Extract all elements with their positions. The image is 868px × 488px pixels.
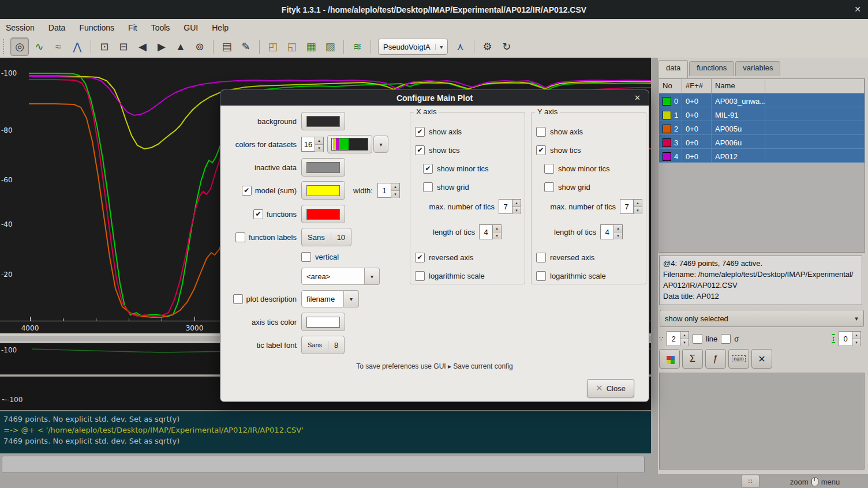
append-data-button[interactable]: ◱	[283, 38, 301, 55]
chevron-down-icon[interactable]: ▾	[365, 268, 380, 285]
sum-datasets-button[interactable]: Σ	[682, 349, 703, 369]
dataset-color-count-spinner[interactable]: 16▴▾	[301, 137, 324, 152]
model-width-spinner[interactable]: 1▴▾	[377, 183, 400, 198]
y-axis-show-tics-checkbox[interactable]: ✔	[536, 145, 546, 155]
dialog-close-icon[interactable]: ✕	[634, 93, 641, 102]
x-axis-show-axis-checkbox[interactable]: ✔	[415, 127, 425, 137]
sigma-checkbox[interactable]	[721, 334, 731, 344]
rename-dataset-button[interactable]: nam	[728, 349, 749, 369]
table-row[interactable]: 00+0AP003_unwa...	[659, 93, 865, 107]
line-checkbox[interactable]	[693, 334, 702, 344]
zoom-vertically-button[interactable]: ⊟	[115, 38, 132, 55]
y-axis-length-of-tics-spinner[interactable]: 4▴▾	[600, 224, 623, 239]
table-row[interactable]: 30+0AP006u	[659, 135, 865, 149]
table-row[interactable]: 40+0AP012	[659, 149, 865, 163]
tic-label-font-button[interactable]: Sans 8	[301, 336, 345, 354]
add-peak-mode-button[interactable]: ⋀	[69, 38, 86, 55]
tab-functions[interactable]: functions	[689, 61, 734, 76]
dataset-colors-preview-button[interactable]	[327, 135, 372, 153]
x-axis-length-of-tics-spinner-down-arrow[interactable]: ▾	[493, 232, 501, 239]
y-axis-length-of-tics-spinner-arrows[interactable]: ▴▾	[614, 224, 623, 239]
x-axis-max--number-of-tics-spinner-arrows[interactable]: ▴▾	[512, 199, 521, 214]
dataset-table[interactable]: No#F+#Name 00+0AP003_unwa...10+0MIL-9120…	[659, 78, 865, 253]
mouse-config-button[interactable]: ∷	[741, 475, 760, 488]
data-transform-button[interactable]: ≋	[349, 38, 366, 55]
auto-add-peak-button[interactable]: ⋏	[452, 38, 469, 55]
y-axis-show-minor-tics-checkbox[interactable]	[544, 164, 554, 174]
dataset-color-count-spinner-up-arrow[interactable]: ▴	[315, 137, 323, 144]
delete-dataset-button[interactable]: ✕	[751, 349, 772, 369]
model-width-spinner-arrows[interactable]: ▴▾	[391, 183, 400, 198]
x-axis-max--number-of-tics-spinner[interactable]: 7▴▾	[499, 199, 521, 214]
next-zoom-button[interactable]: ▶	[153, 38, 170, 55]
model-width-spinner-down-arrow[interactable]: ▾	[391, 190, 399, 198]
toolbar-grip[interactable]	[3, 39, 7, 54]
y-shift-spinner-up-arrow[interactable]: ▴	[852, 332, 860, 339]
x-axis-show-minor-tics-checkbox[interactable]: ✔	[423, 164, 433, 174]
x-axis-length-of-tics-spinner-arrows[interactable]: ▴▾	[493, 224, 502, 239]
y-shift-spinner[interactable]: 0▴▾	[839, 331, 861, 346]
x-axis-max--number-of-tics-spinner-up-arrow[interactable]: ▴	[512, 200, 521, 207]
window-close-icon[interactable]: ✕	[854, 5, 861, 14]
x-axis-show-grid-checkbox[interactable]	[423, 182, 433, 192]
menu-item-help[interactable]: Help	[212, 23, 229, 32]
y-axis-length-of-tics-spinner-up-arrow[interactable]: ▴	[614, 225, 622, 232]
zoom-all-button[interactable]: ⊡	[96, 38, 113, 55]
inactive-data-color-button[interactable]	[301, 158, 345, 177]
y-shift-spinner-down-arrow[interactable]: ▾	[852, 339, 860, 346]
functions-checkbox[interactable]: ✔	[253, 209, 263, 219]
y-axis-reversed-axis-checkbox[interactable]	[536, 253, 546, 262]
model-width-spinner-up-arrow[interactable]: ▴	[391, 183, 399, 190]
tab-variables[interactable]: variables	[735, 61, 780, 76]
y-axis-max--number-of-tics-spinner-arrows[interactable]: ▴▾	[634, 199, 642, 214]
output-console[interactable]: 7469 points. No explicit std. dev. Set a…	[0, 411, 651, 453]
table-row[interactable]: 20+0AP005u	[659, 121, 865, 135]
run-fit-button[interactable]: ⚙	[479, 38, 496, 55]
data-range-mode-button[interactable]: ∿	[31, 38, 48, 55]
peak-type-combobox[interactable]: PseudoVoigtA▾	[378, 39, 448, 55]
zoom-mode-button[interactable]: ◎	[10, 37, 29, 56]
open-data-button[interactable]: ◰	[264, 38, 282, 55]
mouse-zoom-button[interactable]: ⊚	[191, 38, 208, 55]
palette-dropdown-button[interactable]: ▾	[373, 136, 388, 153]
y-axis-logarithmic-scale-checkbox[interactable]	[536, 271, 546, 281]
background-color-button[interactable]	[301, 112, 345, 130]
menu-item-gui[interactable]: GUI	[184, 23, 198, 32]
menu-item-data[interactable]: Data	[48, 23, 66, 32]
vertical-splitter[interactable]	[651, 58, 658, 474]
menu-item-functions[interactable]: Functions	[79, 23, 114, 32]
dataset-color-count-spinner-arrows[interactable]: ▴▾	[315, 137, 324, 152]
y-shift-spinner-arrows[interactable]: ▴▾	[852, 331, 861, 346]
y-axis-max--number-of-tics-spinner-up-arrow[interactable]: ▴	[634, 200, 642, 207]
x-axis-show-tics-checkbox[interactable]: ✔	[415, 145, 425, 155]
point-size-spinner[interactable]: 2▴▾	[667, 331, 689, 346]
edit-init-button[interactable]: ✎	[237, 38, 255, 55]
close-button[interactable]: ✕ Close	[587, 379, 634, 397]
axis-tics-color-button[interactable]	[301, 313, 345, 331]
point-size-spinner-arrows[interactable]: ▴▾	[680, 331, 689, 346]
y-axis-max--number-of-tics-spinner[interactable]: 7▴▾	[620, 199, 642, 214]
point-size-spinner-down-arrow[interactable]: ▾	[680, 339, 689, 346]
show-filter-combobox[interactable]: show only selected ▾	[660, 310, 864, 327]
plot-description-combobox[interactable]: filename	[301, 290, 344, 307]
x-axis-length-of-tics-spinner[interactable]: 4▴▾	[479, 224, 502, 239]
dataset-colors-button[interactable]	[659, 349, 680, 369]
dataset-color-count-spinner-down-arrow[interactable]: ▾	[315, 144, 323, 152]
plot-description-checkbox[interactable]	[233, 294, 243, 304]
continue-fit-button[interactable]: ↻	[498, 38, 515, 55]
table-row[interactable]: 10+0MIL-91	[659, 107, 865, 121]
save-session-button[interactable]: ▦	[302, 38, 320, 55]
model-sum-checkbox[interactable]: ✔	[242, 186, 252, 196]
x-axis-length-of-tics-spinner-up-arrow[interactable]: ▴	[493, 225, 501, 232]
y-axis-show-axis-checkbox[interactable]	[536, 127, 546, 137]
menu-item-fit[interactable]: Fit	[128, 23, 137, 32]
export-button[interactable]: ▨	[321, 38, 339, 55]
point-size-spinner-up-arrow[interactable]: ▴	[680, 332, 689, 339]
x-axis-reversed-axis-checkbox[interactable]: ✔	[415, 253, 425, 262]
menu-item-session[interactable]: Session	[6, 23, 35, 32]
model-color-button[interactable]	[301, 181, 345, 200]
function-label-font-button[interactable]: Sans 10	[301, 228, 351, 246]
label-format-combobox[interactable]: <area>	[301, 268, 365, 285]
tab-data[interactable]: data	[659, 60, 688, 78]
previous-zoom-button[interactable]: ◀	[134, 38, 151, 55]
